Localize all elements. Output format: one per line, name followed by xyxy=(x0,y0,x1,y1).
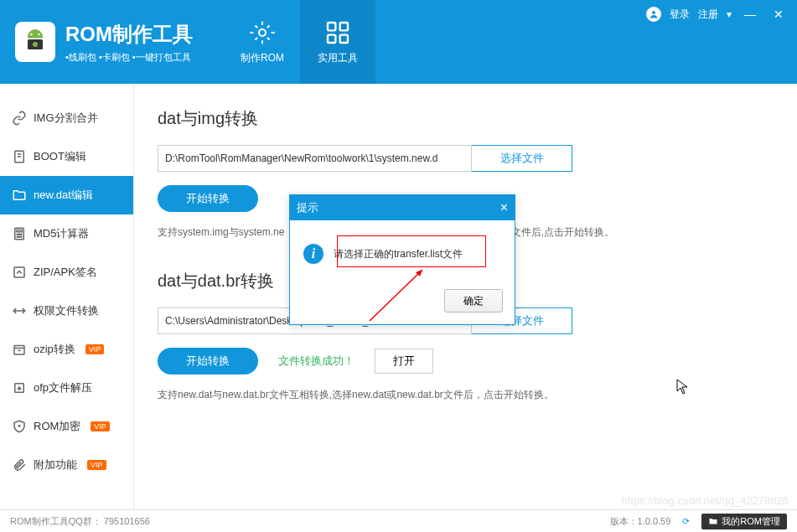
app-subtitle: •线刷包 •卡刷包 •一键打包工具 xyxy=(65,51,193,64)
section1-title: dat与img转换 xyxy=(158,107,763,130)
sidebar-item-newdat[interactable]: new.dat编辑 xyxy=(0,176,133,214)
svg-point-20 xyxy=(21,236,22,237)
info-icon: i xyxy=(303,244,323,264)
sidebar-item-extra[interactable]: 附加功能 VIP xyxy=(0,446,133,484)
update-icon[interactable]: ⟳ xyxy=(682,516,690,527)
android-logo-icon xyxy=(15,22,55,62)
register-link[interactable]: 注册 xyxy=(698,8,718,22)
tab-tools[interactable]: 实用工具 xyxy=(300,0,375,84)
sidebar-item-encrypt[interactable]: ROM加密 VIP xyxy=(0,407,133,446)
header: ROM制作工具 •线刷包 •卡刷包 •一键打包工具 制作ROM 实用工具 登录 … xyxy=(0,0,797,84)
sidebar-item-boot[interactable]: BOOT编辑 xyxy=(0,137,133,176)
dialog: 提示 × i 请选择正确的transfer.list文件 确定 xyxy=(289,194,515,325)
vip-badge: VIP xyxy=(91,421,110,431)
folder-small-icon xyxy=(708,516,718,526)
section1-start-button[interactable]: 开始转换 xyxy=(158,185,258,212)
extract-icon xyxy=(12,380,27,395)
svg-rect-8 xyxy=(340,34,348,42)
vip-badge: VIP xyxy=(85,344,105,354)
dropdown-icon[interactable]: ▾ xyxy=(727,8,732,20)
tab-make-rom[interactable]: 制作ROM xyxy=(225,0,300,84)
dialog-title: 提示 xyxy=(297,200,318,215)
svg-rect-5 xyxy=(328,23,335,30)
qq-number[interactable]: 795101656 xyxy=(104,516,150,526)
qq-label: ROM制作工具QQ群： xyxy=(10,516,101,526)
svg-point-0 xyxy=(30,34,32,35)
section2-hint: 支持new.dat与new.dat.br文件互相转换,选择new.dat或new… xyxy=(158,388,763,402)
my-rom-button[interactable]: 我的ROM管理 xyxy=(701,514,787,529)
sidebar-item-ozip[interactable]: ozip转换 VIP xyxy=(0,330,133,369)
vip-badge: VIP xyxy=(87,460,106,470)
svg-rect-7 xyxy=(328,34,335,42)
svg-point-18 xyxy=(17,236,18,237)
statusbar: ROM制作工具QQ群： 795101656 版本：1.0.0.59 ⟳ 我的RO… xyxy=(0,509,797,532)
edit-icon xyxy=(12,265,27,280)
document-icon xyxy=(12,149,27,164)
header-tabs: 制作ROM 实用工具 xyxy=(225,0,375,84)
sidebar-item-zip[interactable]: ZIP/APK签名 xyxy=(0,253,133,292)
svg-point-3 xyxy=(33,42,38,47)
svg-point-17 xyxy=(21,234,22,235)
dialog-close-button[interactable]: × xyxy=(500,200,508,215)
version-number: 1.0.0.59 xyxy=(638,516,671,526)
close-button[interactable]: ✕ xyxy=(769,8,789,21)
svg-point-9 xyxy=(652,11,655,14)
sidebar-item-perm[interactable]: 权限文件转换 xyxy=(0,292,133,330)
svg-point-1 xyxy=(38,34,39,35)
section1-select-button[interactable]: 选择文件 xyxy=(472,145,572,172)
svg-point-19 xyxy=(18,236,19,237)
login-link[interactable]: 登录 xyxy=(670,8,690,22)
svg-rect-14 xyxy=(17,230,22,232)
svg-point-24 xyxy=(18,426,20,427)
svg-point-4 xyxy=(259,29,266,36)
svg-rect-21 xyxy=(14,267,24,277)
shield-icon xyxy=(12,419,27,434)
svg-marker-26 xyxy=(416,270,422,276)
user-icon[interactable] xyxy=(646,7,661,22)
minimize-button[interactable]: — xyxy=(740,8,760,21)
calculator-icon xyxy=(12,226,27,241)
section2-open-button[interactable]: 打开 xyxy=(375,349,433,374)
attachment-icon xyxy=(12,457,27,473)
archive-icon xyxy=(12,342,27,357)
top-right-controls: 登录 注册 ▾ — ✕ xyxy=(646,7,789,22)
convert-icon xyxy=(12,303,27,318)
section2-start-button[interactable]: 开始转换 xyxy=(158,348,258,374)
app-title: ROM制作工具 xyxy=(65,21,193,48)
logo-section: ROM制作工具 •线刷包 •卡刷包 •一键打包工具 xyxy=(0,21,208,64)
sidebar-item-ofp[interactable]: ofp文件解压 xyxy=(0,369,133,407)
dialog-message: 请选择正确的transfer.list文件 xyxy=(334,247,463,261)
svg-point-15 xyxy=(17,234,18,235)
dialog-header[interactable]: 提示 × xyxy=(290,195,515,220)
grid-icon xyxy=(324,19,351,46)
section1-path-input[interactable] xyxy=(158,145,472,172)
gear-icon xyxy=(249,19,276,46)
sidebar-item-md5[interactable]: MD5计算器 xyxy=(0,214,133,253)
link-icon xyxy=(12,111,27,126)
svg-rect-6 xyxy=(340,23,348,30)
dialog-ok-button[interactable]: 确定 xyxy=(444,289,503,312)
folder-icon xyxy=(12,188,27,203)
section2-success-text: 文件转换成功！ xyxy=(278,354,355,369)
sidebar-item-img-split[interactable]: IMG分割合并 xyxy=(0,99,133,137)
svg-point-16 xyxy=(18,234,19,235)
sidebar: IMG分割合并 BOOT编辑 new.dat编辑 MD5计算器 ZIP/APK签… xyxy=(0,84,134,509)
